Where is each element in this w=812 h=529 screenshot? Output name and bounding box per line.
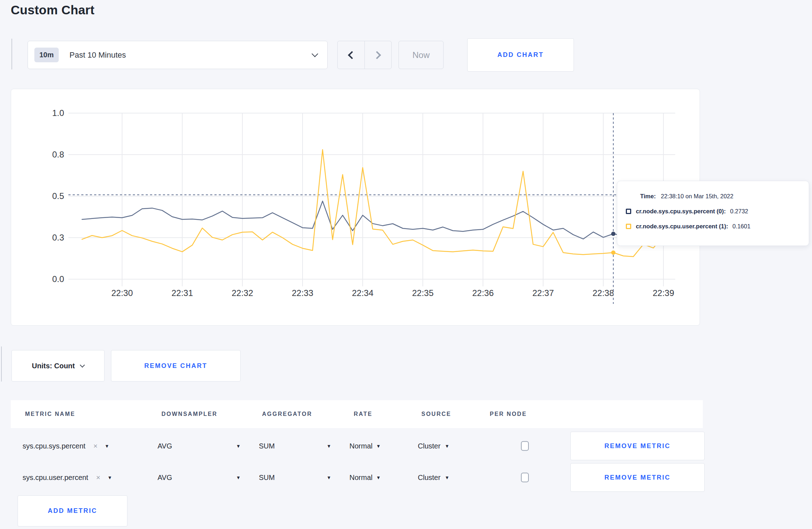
y-tick-label: 0.3 xyxy=(52,233,64,242)
metric-name-select[interactable]: sys.cpu.sys.percent×▼ xyxy=(23,442,109,450)
units-row-divider xyxy=(1,346,2,382)
column-header-per-node: PER NODE xyxy=(490,411,527,417)
metric-name-select[interactable]: sys.cpu.user.percent×▼ xyxy=(23,474,112,482)
time-range-select[interactable]: 10m Past 10 Minutes xyxy=(28,41,328,69)
crosshair-dot-user xyxy=(611,251,615,255)
tooltip-time-value: 22:38:10 on Mar 15th, 2022 xyxy=(661,193,734,200)
chart-tooltip: Time: 22:38:10 on Mar 15th, 2022 cr.node… xyxy=(617,181,809,246)
series-user-legend-icon xyxy=(626,224,631,229)
remove-metric-button[interactable]: REMOVE METRIC xyxy=(570,432,705,460)
tooltip-series-user-value: 0.1601 xyxy=(733,223,750,230)
dropdown-caret-icon: ▼ xyxy=(376,475,381,480)
metrics-table-header: METRIC NAMEDOWNSAMPLERAGGREGATORRATESOUR… xyxy=(11,400,703,428)
downsampler-select[interactable]: AVG▼ xyxy=(158,442,241,450)
tooltip-time-label: Time: xyxy=(640,193,656,200)
x-tick-label: 22:30 xyxy=(111,288,133,298)
chevron-down-icon xyxy=(311,50,318,57)
rate-value: Normal xyxy=(349,474,372,482)
column-header-rate: RATE xyxy=(354,411,372,417)
x-tick-label: 22:36 xyxy=(472,288,494,298)
add-metric-button[interactable]: ADD METRIC xyxy=(18,495,127,526)
y-tick-label: 0.8 xyxy=(52,150,64,159)
crosshair-dot-sys xyxy=(611,232,615,236)
x-tick-label: 22:38 xyxy=(593,288,614,298)
dropdown-caret-icon[interactable]: ▼ xyxy=(107,475,112,480)
downsampler-select[interactable]: AVG▼ xyxy=(158,474,241,482)
chart-card[interactable]: 0.00.30.50.81.022:3022:3122:3222:3322:34… xyxy=(11,89,700,326)
dropdown-caret-icon: ▼ xyxy=(445,475,449,480)
source-value: Cluster xyxy=(418,442,440,450)
x-tick-label: 22:34 xyxy=(352,288,373,298)
per-node-checkbox[interactable] xyxy=(521,473,529,482)
custom-chart-plot[interactable]: 0.00.30.50.81.022:3022:3122:3222:3322:34… xyxy=(11,89,700,325)
x-tick-label: 22:39 xyxy=(653,288,674,298)
tooltip-series-sys-name: cr.node.sys.cpu.sys.percent (0): xyxy=(636,208,726,215)
rate-select[interactable]: Normal▼ xyxy=(349,442,381,450)
source-value: Cluster xyxy=(418,474,440,482)
chevron-down-icon xyxy=(80,363,85,368)
chevron-right-icon xyxy=(373,51,381,59)
metric-row: sys.cpu.user.percent×▼AVG▼SUM▼Normal▼Clu… xyxy=(11,461,703,494)
y-tick-label: 0.0 xyxy=(52,274,64,284)
column-header-aggregator: AGGREGATOR xyxy=(262,411,312,417)
toolbar-divider xyxy=(11,39,12,69)
tooltip-series-user-name: cr.node.sys.cpu.user.percent (1): xyxy=(636,223,728,230)
x-tick-label: 22:35 xyxy=(412,288,434,298)
column-header-source: SOURCE xyxy=(421,411,451,417)
dropdown-caret-icon: ▼ xyxy=(376,443,381,449)
x-tick-label: 22:37 xyxy=(532,288,554,298)
time-range-badge: 10m xyxy=(34,48,59,62)
time-forward-button[interactable] xyxy=(364,41,392,69)
x-tick-label: 22:31 xyxy=(171,288,193,298)
downsampler-value: AVG xyxy=(158,442,172,450)
aggregator-select[interactable]: SUM▼ xyxy=(259,442,331,450)
column-header-downsampler: DOWNSAMPLER xyxy=(161,411,217,417)
dropdown-caret-icon: ▼ xyxy=(445,443,449,449)
rate-select[interactable]: Normal▼ xyxy=(349,474,381,482)
column-header-metric-name: METRIC NAME xyxy=(25,411,75,417)
aggregator-select[interactable]: SUM▼ xyxy=(259,474,331,482)
y-tick-label: 1.0 xyxy=(52,108,64,118)
downsampler-value: AVG xyxy=(158,474,172,482)
rate-value: Normal xyxy=(349,442,372,450)
aggregator-value: SUM xyxy=(259,442,275,450)
now-button[interactable]: Now xyxy=(398,41,444,69)
source-select[interactable]: Cluster▼ xyxy=(418,474,449,482)
dropdown-caret-icon: ▼ xyxy=(327,475,331,480)
per-node-checkbox[interactable] xyxy=(521,441,529,451)
clear-metric-icon[interactable]: × xyxy=(96,474,100,482)
remove-metric-button[interactable]: REMOVE METRIC xyxy=(570,463,705,492)
remove-chart-button[interactable]: REMOVE CHART xyxy=(111,350,241,382)
dropdown-caret-icon: ▼ xyxy=(327,443,331,449)
time-back-button[interactable] xyxy=(338,41,364,69)
metric-row: sys.cpu.sys.percent×▼AVG▼SUM▼Normal▼Clus… xyxy=(11,429,703,462)
chevron-left-icon xyxy=(348,51,356,59)
units-label: Units: Count xyxy=(32,362,75,370)
series-user-line xyxy=(82,150,673,257)
dropdown-caret-icon[interactable]: ▼ xyxy=(105,443,109,449)
page-title: Custom Chart xyxy=(11,3,95,17)
add-chart-button[interactable]: ADD CHART xyxy=(467,38,574,72)
metric-name: sys.cpu.sys.percent xyxy=(23,442,86,450)
tooltip-series-sys-value: 0.2732 xyxy=(730,208,748,215)
units-select[interactable]: Units: Count xyxy=(11,350,105,382)
dropdown-caret-icon: ▼ xyxy=(236,475,241,480)
source-select[interactable]: Cluster▼ xyxy=(418,442,449,450)
x-tick-label: 22:32 xyxy=(232,288,253,298)
time-nav-group xyxy=(337,41,392,69)
y-tick-label: 0.5 xyxy=(52,191,64,201)
aggregator-value: SUM xyxy=(259,474,275,482)
time-range-label: Past 10 Minutes xyxy=(69,50,313,60)
dropdown-caret-icon: ▼ xyxy=(236,443,241,449)
metric-name: sys.cpu.user.percent xyxy=(23,474,88,482)
series-sys-line xyxy=(82,201,673,239)
clear-metric-icon[interactable]: × xyxy=(93,442,98,450)
x-tick-label: 22:33 xyxy=(292,288,313,298)
series-sys-legend-icon xyxy=(626,209,631,214)
